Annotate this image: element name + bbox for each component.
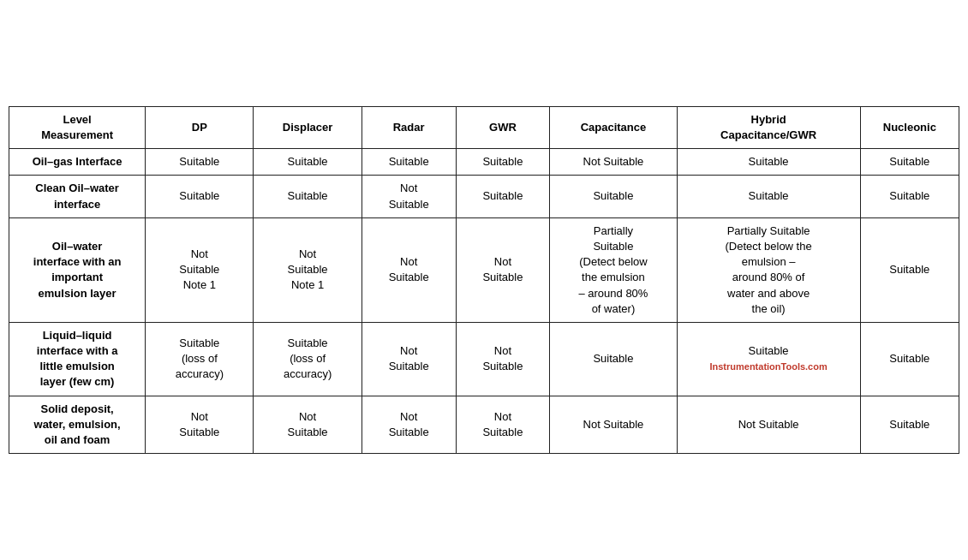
cell-cleanoil-dp: Suitable (146, 176, 254, 217)
compatibility-table: Level Measurement DP Displacer Radar GWR… (9, 106, 959, 454)
cell-solid-dp: Not Suitable (146, 396, 254, 454)
cell-oilgas-capacitance: Not Suitable (550, 149, 677, 176)
header-hybrid: Hybrid Capacitance/GWR (677, 106, 860, 148)
cell-oilgas-radar: Suitable (362, 149, 456, 176)
cell-liqliq-nucleonic: Suitable (860, 322, 959, 396)
cell-solid-displacer: Not Suitable (254, 396, 362, 454)
cell-oilgas-nucleonic: Suitable (860, 149, 959, 176)
cell-oilgas-hybrid: Suitable (677, 149, 860, 176)
table-row: Oil–water interface with an important em… (9, 217, 959, 322)
cell-cleanoil-capacitance: Suitable (550, 176, 677, 217)
table-row: Liquid–liquid interface with a little em… (9, 322, 959, 396)
header-displacer: Displacer (254, 106, 362, 148)
header-level: Level Measurement (9, 106, 146, 148)
cell-oilgas-gwr: Suitable (456, 149, 550, 176)
cell-liqliq-hybrid-text: Suitable (749, 344, 789, 357)
cell-cleanoil-radar: Not Suitable (362, 176, 456, 217)
table-row: Clean Oil–water interface Suitable Suita… (9, 176, 959, 217)
header-dp: DP (146, 106, 254, 148)
table-row: Solid deposit, water, emulsion, oil and … (9, 396, 959, 454)
cell-oilwater-nucleonic: Suitable (860, 217, 959, 322)
cell-solid-gwr: Not Suitable (456, 396, 550, 454)
header-gwr: GWR (456, 106, 550, 148)
cell-cleanoil-displacer: Suitable (254, 176, 362, 217)
cell-oilwater-hybrid: Partially Suitable (Detect below the emu… (677, 217, 860, 322)
header-radar: Radar (362, 106, 456, 148)
cell-solid-nucleonic: Suitable (860, 396, 959, 454)
cell-liqliq-radar: Not Suitable (362, 322, 456, 396)
header-capacitance: Capacitance (550, 106, 677, 148)
cell-solid-hybrid: Not Suitable (677, 396, 860, 454)
row-header-liquid-liquid: Liquid–liquid interface with a little em… (9, 322, 146, 396)
cell-oilgas-displacer: Suitable (254, 149, 362, 176)
instrumentation-link: InstrumentationTools.com (709, 361, 827, 372)
cell-oilwater-dp: Not Suitable Note 1 (146, 217, 254, 322)
cell-cleanoil-nucleonic: Suitable (860, 176, 959, 217)
header-nucleonic: Nucleonic (860, 106, 959, 148)
table-row: Oil–gas Interface Suitable Suitable Suit… (9, 149, 959, 176)
cell-liqliq-displacer: Suitable (loss of accuracy) (254, 322, 362, 396)
row-header-oilgas: Oil–gas Interface (9, 149, 146, 176)
cell-cleanoil-hybrid: Suitable (677, 176, 860, 217)
cell-liqliq-hybrid: Suitable InstrumentationTools.com (677, 322, 860, 396)
row-header-oilwater-emulsion: Oil–water interface with an important em… (9, 217, 146, 322)
cell-liqliq-dp: Suitable (loss of accuracy) (146, 322, 254, 396)
cell-oilwater-radar: Not Suitable (362, 217, 456, 322)
cell-liqliq-capacitance: Suitable (550, 322, 677, 396)
cell-oilgas-dp: Suitable (146, 149, 254, 176)
cell-oilwater-gwr: Not Suitable (456, 217, 550, 322)
cell-oilwater-capacitance: Partially Suitable (Detect below the emu… (550, 217, 677, 322)
cell-solid-radar: Not Suitable (362, 396, 456, 454)
row-header-solid: Solid deposit, water, emulsion, oil and … (9, 396, 146, 454)
row-header-cleanoil: Clean Oil–water interface (9, 176, 146, 217)
cell-oilwater-displacer: Not Suitable Note 1 (254, 217, 362, 322)
cell-solid-capacitance: Not Suitable (550, 396, 677, 454)
cell-liqliq-gwr: Not Suitable (456, 322, 550, 396)
cell-cleanoil-gwr: Suitable (456, 176, 550, 217)
